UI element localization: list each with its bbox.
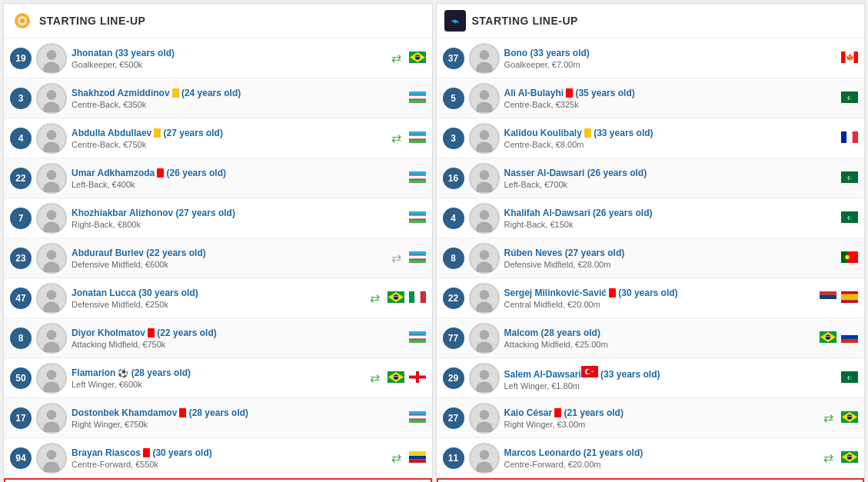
player-name[interactable]: Jonatan Lucca (30 years old) [72, 288, 365, 298]
player-name[interactable]: Khozhiakbar Alizhonov (27 years old) [72, 208, 403, 218]
player-name[interactable]: Brayan Riascos (30 years old) [72, 447, 387, 458]
svg-rect-44 [409, 251, 426, 255]
player-icons [407, 211, 426, 225]
player-info: Shakhzod Azmiddinov (24 years old) Centr… [72, 88, 403, 109]
player-number: 47 [10, 288, 32, 309]
player-avatar [469, 83, 500, 114]
svg-rect-21 [409, 135, 426, 139]
player-name[interactable]: Abdulla Abdullaev (27 years old) [72, 128, 387, 138]
player-number: 50 [10, 367, 32, 389]
svg-rect-141 [841, 335, 858, 339]
player-name[interactable]: Nasser Al-Dawsari (26 years old) [504, 168, 836, 178]
svg-point-10 [47, 90, 57, 100]
player-icons: ⇄ [391, 251, 426, 265]
svg-rect-140 [841, 331, 858, 335]
player-name[interactable]: Diyor Kholmatov (22 years old) [72, 327, 403, 338]
player-name[interactable]: Flamarion⚽ (28 years old) [72, 367, 365, 378]
player-avatar [36, 283, 67, 314]
player-name[interactable]: Ali Al-Bulayhi (35 years old) [504, 88, 836, 98]
player-number: 7 [10, 208, 32, 229]
player-details: Goalkeeper, €7.00m [504, 60, 836, 69]
player-name[interactable]: Shakhzod Azmiddinov (24 years old) [72, 88, 403, 98]
player-name[interactable]: Dostonbek Khamdamov (28 years old) [72, 407, 403, 418]
player-name[interactable]: Salem Al-Dawsari (33 years old) [504, 366, 836, 380]
player-name[interactable]: Rúben Neves (27 years old) [504, 248, 836, 258]
player-name[interactable]: Jhonatan (33 years old) [72, 48, 387, 58]
svg-point-71 [393, 374, 397, 379]
svg-point-54 [393, 294, 397, 299]
right-team-panel: ⌁ STARTING LINE-UP 37 Bono (33 years old… [436, 3, 866, 482]
player-info: Marcos Leonardo (21 years old) Centre-Fo… [504, 447, 820, 469]
svg-rect-13 [409, 95, 426, 99]
player-avatar [469, 163, 500, 194]
svg-rect-15 [409, 95, 426, 95]
svg-rect-80 [409, 419, 426, 423]
player-row: 8 Rúben Neves (27 years old) Defensive M… [437, 238, 865, 278]
player-info: Kalidou Koulibaly (33 years old) Centre-… [504, 128, 836, 149]
svg-point-154 [479, 410, 489, 420]
player-row: 4 Abdulla Abdullaev (27 years old) Centr… [4, 118, 432, 158]
player-number: 22 [443, 288, 464, 309]
player-number: 8 [443, 248, 464, 269]
player-row: 27 Kaio César (21 years old) Right Winge… [437, 398, 865, 438]
right-team-header: ⌁ STARTING LINE-UP [437, 4, 865, 38]
player-info: Ali Al-Bulayhi (35 years old) Centre-Bac… [504, 88, 836, 109]
player-avatar [36, 43, 67, 74]
svg-rect-106 [841, 131, 846, 143]
player-name[interactable]: Sergej Milinković-Savić (30 years old) [504, 288, 814, 298]
svg-rect-14 [409, 99, 426, 103]
player-info: Salem Al-Dawsari (33 years old) Left Win… [504, 366, 836, 391]
player-info: Diyor Kholmatov (22 years old) Attacking… [72, 327, 403, 349]
player-name[interactable]: Khalifah Al-Dawsari (26 years old) [504, 208, 836, 218]
svg-rect-79 [409, 415, 426, 419]
svg-point-158 [847, 414, 852, 419]
player-name[interactable]: Marcos Leonardo (21 years old) [504, 447, 820, 458]
player-avatar [469, 443, 500, 474]
player-name[interactable]: Abdurauf Buriev (22 years old) [72, 248, 387, 258]
svg-rect-48 [409, 258, 426, 259]
svg-rect-12 [409, 91, 426, 95]
svg-rect-130 [820, 299, 836, 303]
player-avatar [36, 83, 67, 114]
svg-rect-87 [409, 456, 426, 460]
player-details: Defensive Midfield, €600k [72, 260, 387, 269]
svg-rect-22 [409, 139, 426, 143]
player-name[interactable]: Kaio César (21 years old) [504, 407, 820, 418]
player-name[interactable]: Bono (33 years old) [504, 48, 836, 58]
left-team-icon [12, 10, 33, 32]
svg-text:⌁: ⌁ [451, 15, 459, 28]
svg-point-8 [414, 55, 419, 59]
player-number: 11 [443, 447, 464, 469]
player-icons [818, 331, 858, 345]
svg-point-160 [479, 450, 489, 460]
player-name[interactable]: Umar Adkhamzoda (26 years old) [72, 168, 403, 178]
player-info: Dostonbek Khamdamov (28 years old) Right… [72, 407, 403, 429]
player-icons: ☪ [840, 91, 858, 105]
player-avatar [36, 443, 67, 474]
svg-rect-129 [820, 295, 836, 299]
player-name[interactable]: Kalidou Koulibaly (33 years old) [504, 128, 836, 138]
svg-rect-65 [409, 338, 426, 339]
svg-point-110 [479, 170, 489, 180]
player-avatar [36, 203, 67, 234]
player-row: 23 Abdurauf Buriev (22 years old) Defens… [4, 238, 432, 278]
player-details: Centre-Forward, €20.00m [504, 460, 820, 469]
player-number: 29 [443, 367, 464, 389]
player-number: 17 [10, 407, 32, 429]
player-info: Brayan Riascos (30 years old) Centre-For… [72, 447, 387, 469]
svg-point-59 [47, 330, 57, 340]
svg-rect-86 [409, 451, 426, 456]
player-icons: 🍁 [840, 52, 858, 65]
player-info: Khalifah Al-Dawsari (26 years old) Right… [504, 208, 836, 229]
player-details: Left Winger, €600k [72, 380, 365, 389]
svg-point-120 [479, 250, 489, 260]
player-number: 3 [443, 128, 464, 149]
right-team-title: STARTING LINE-UP [472, 15, 578, 27]
player-name[interactable]: Malcom (28 years old) [504, 327, 814, 338]
player-row: 4 Khalifah Al-Dawsari (26 years old) Rig… [437, 198, 865, 238]
player-info: Nasser Al-Dawsari (26 years old) Left-Ba… [504, 168, 836, 189]
player-row: 29 Salem Al-Dawsari (33 years old) Left … [437, 358, 865, 398]
player-details: Right Winger, €3.00m [504, 420, 820, 429]
svg-rect-131 [841, 291, 858, 294]
svg-text:☪: ☪ [847, 375, 852, 381]
